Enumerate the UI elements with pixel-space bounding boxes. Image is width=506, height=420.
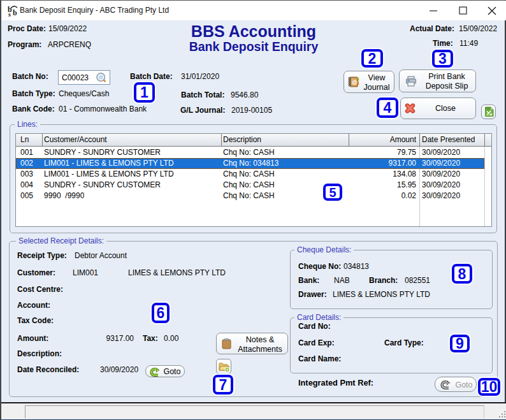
svg-text:@: @ <box>352 79 358 85</box>
svg-text:b: b <box>13 8 17 17</box>
svg-text:s: s <box>8 11 11 17</box>
